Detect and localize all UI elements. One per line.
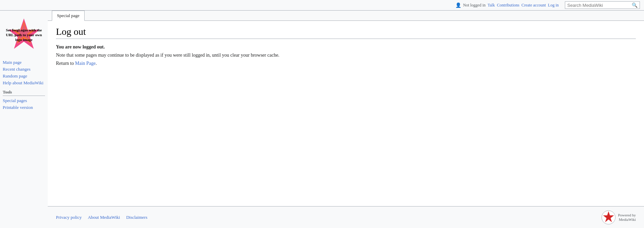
disclaimers-link[interactable]: Disclaimers xyxy=(126,215,147,220)
mediawiki-logo-icon xyxy=(601,210,616,225)
sidebar: Set $wgLogos with the URL path to your o… xyxy=(0,11,48,228)
top-bar: 👤 Not logged in Talk Contributions Creat… xyxy=(0,0,644,11)
sidebar-item-random-page[interactable]: Random page xyxy=(3,73,45,80)
sidebar-item-help[interactable]: Help about MediaWiki xyxy=(3,80,45,86)
not-logged-in-text: Not logged in xyxy=(463,3,486,8)
return-link-paragraph: Return to Main Page. xyxy=(56,61,636,66)
nav-links: Main page Recent changes Random page Hel… xyxy=(3,59,45,86)
talk-link[interactable]: Talk xyxy=(488,3,495,8)
sidebar-item-main-page[interactable]: Main page xyxy=(3,59,45,66)
logged-out-message: You are now logged out. xyxy=(56,44,636,50)
create-account-link[interactable]: Create account xyxy=(522,3,546,8)
page-title: Log out xyxy=(56,26,636,39)
powered-text: Powered by MediaWiki xyxy=(618,213,636,222)
powered-line1: Powered by xyxy=(618,213,636,217)
return-prefix: Return to xyxy=(56,61,75,66)
page-layout: Set $wgLogos with the URL path to your o… xyxy=(0,11,644,228)
contributions-link[interactable]: Contributions xyxy=(497,3,519,8)
logo-text: Set $wgLogos with the URL path to your o… xyxy=(5,28,43,42)
logged-out-note: Note that some pages may continue to be … xyxy=(56,53,636,58)
logo-area: Set $wgLogos with the URL path to your o… xyxy=(0,13,48,56)
powered-by: Powered by MediaWiki xyxy=(601,210,636,225)
sidebar-item-special-pages[interactable]: Special pages xyxy=(3,97,45,104)
logo-placeholder: Set $wgLogos with the URL path to your o… xyxy=(5,16,43,54)
tools-section-title: Tools xyxy=(3,90,45,96)
main-page-link[interactable]: Main Page xyxy=(75,61,96,66)
note-text: Note that some pages may continue to be … xyxy=(56,53,279,58)
about-mediawiki-link[interactable]: About MediaWiki xyxy=(88,215,120,220)
main-content: Log out You are now logged out. Note tha… xyxy=(48,21,644,206)
powered-line2: MediaWiki xyxy=(618,217,636,222)
search-button[interactable]: 🔍 xyxy=(632,2,638,8)
tab-special-page[interactable]: Special page xyxy=(52,11,85,21)
login-link[interactable]: Log in xyxy=(548,3,559,8)
content-wrap: Special page Log out You are now logged … xyxy=(48,11,644,228)
page-tabs: Special page xyxy=(48,11,644,21)
search-input[interactable] xyxy=(567,3,632,8)
tools-links: Special pages Printable version xyxy=(3,97,45,111)
sidebar-item-printable-version[interactable]: Printable version xyxy=(3,104,45,111)
footer-links: Privacy policy About MediaWiki Disclaime… xyxy=(56,215,147,220)
sidebar-nav: Main page Recent changes Random page Hel… xyxy=(0,59,48,111)
privacy-policy-link[interactable]: Privacy policy xyxy=(56,215,82,220)
user-icon: 👤 xyxy=(455,2,461,8)
sidebar-item-recent-changes[interactable]: Recent changes xyxy=(3,66,45,73)
return-suffix: . xyxy=(96,61,97,66)
footer: Privacy policy About MediaWiki Disclaime… xyxy=(48,206,644,228)
search-bar: 🔍 xyxy=(565,1,640,9)
